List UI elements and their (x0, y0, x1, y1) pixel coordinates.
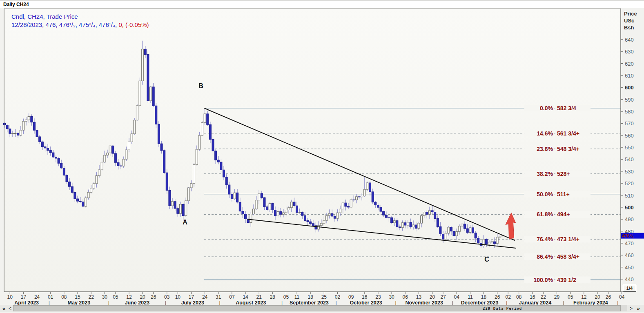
date-tick-label: 16 (362, 294, 368, 300)
month-separator: | (452, 300, 453, 305)
fib-price-label: 528+ (557, 171, 570, 177)
fib-pct-label: 0.0% (540, 105, 553, 111)
price-tick-label: 540 (625, 156, 634, 162)
candle (350, 198, 352, 208)
date-tick-label: 23 (375, 294, 381, 300)
scroll-next-button[interactable]: > (628, 305, 634, 312)
candle (193, 163, 195, 186)
month-separator: | (281, 300, 283, 305)
price-tick-label: 490 (625, 216, 634, 222)
swing-label-a[interactable]: A (183, 219, 187, 226)
swing-label-b[interactable]: B (198, 82, 203, 89)
date-tick-label: 05 (283, 294, 289, 300)
date-tick-label: 22 (541, 294, 546, 300)
month-label: August 2023 (236, 300, 266, 305)
price-axis-unit-usc: USc (624, 17, 637, 24)
date-tick-label: 27 (440, 294, 446, 300)
fib-pct-label: 100.0% (534, 277, 553, 283)
date-tick-label: 05 (113, 294, 118, 300)
month-label: September 2023 (290, 300, 329, 305)
fib-price-label: 458 3/4+ (557, 253, 579, 260)
date-tick-label: 02 (335, 294, 341, 300)
date-tick-label: 07 (229, 294, 235, 300)
month-label: December 2023 (461, 300, 499, 305)
month-separator: | (108, 300, 109, 305)
date-tick-label: 21 (256, 294, 262, 300)
date-tick-label: 05 (568, 294, 573, 300)
legend-quote-line: 12/28/2023, 476, 476¹/₂, 475³/₄, 476¹/₄,… (11, 21, 149, 29)
scroll-first-button[interactable]: « (1, 305, 7, 312)
date-tick-label: 11 (468, 294, 473, 300)
fib-pct-label: 23.6% (537, 146, 553, 152)
candle (166, 169, 168, 194)
fib-pct-label: 61.8% (537, 211, 553, 218)
month-label: May 2023 (68, 300, 91, 305)
date-tick-label: 18 (481, 294, 487, 300)
date-tick-label: 13 (416, 294, 422, 300)
date-tick-label: 20 (595, 294, 600, 300)
price-tick-label: 450 (625, 264, 634, 271)
date-tick-label: 29 (554, 294, 560, 300)
candle (85, 196, 87, 207)
fib-pct-label: 38.2% (537, 171, 553, 177)
price-tick-label: 560 (625, 133, 634, 139)
date-tick-label: 04 (619, 294, 625, 300)
scrollbar-track[interactable]: 229 Data Period (13, 305, 627, 311)
price-tick-label: 580 (625, 109, 634, 115)
price-tick-label: 620 (625, 61, 634, 67)
fib-price-label: 473 1/4+ (557, 236, 579, 242)
fib-price-label: 494+ (557, 211, 570, 218)
price-tick-label: 640 (625, 37, 634, 43)
scroll-last-button[interactable]: » (635, 305, 642, 312)
fib-price-label: 511+ (557, 191, 570, 198)
date-tick-label: 02 (506, 294, 511, 300)
date-tick-label: 26 (151, 294, 156, 300)
date-tick-label: 09 (348, 294, 354, 300)
date-tick-label: 26 (606, 294, 611, 300)
scrollbar-thumb[interactable] (13, 305, 621, 311)
fib-price-label: 561 3/4+ (557, 130, 579, 137)
price-tick-label: 610 (625, 73, 634, 79)
date-tick-label: 20 (430, 294, 435, 300)
date-tick-label: 06 (403, 294, 408, 300)
month-separator: | (395, 300, 396, 305)
chart-legend: Cndl, CH24, Trade Price 12/28/2023, 476,… (11, 13, 149, 29)
date-tick-label: 25 (321, 294, 327, 300)
month-separator: | (617, 300, 618, 305)
fib-price-label: 548 3/4+ (557, 146, 579, 152)
price-tick-label: 570 (625, 120, 634, 127)
candle (163, 150, 165, 174)
date-tick-label: 16 (530, 294, 535, 300)
fib-price-label: 439 1/2 (557, 277, 576, 283)
price-tick-label: 630 (625, 49, 634, 55)
legend-change-values: 0, (-0.05%) (118, 21, 149, 28)
price-tick-label: 440 (625, 276, 634, 282)
scroll-prev-button[interactable]: < (7, 305, 13, 312)
date-tick-label: 10 (7, 294, 13, 300)
price-tick-label: 530 (625, 169, 634, 175)
data-scrollbar[interactable]: « < 229 Data Period > » (0, 305, 644, 312)
date-tick-label: 17 (189, 294, 194, 300)
candle (134, 118, 136, 135)
month-label: October 2023 (350, 300, 382, 305)
price-tick-label: 510 (625, 193, 634, 199)
swing-label-c[interactable]: C (484, 256, 489, 263)
legend-series-line: Cndl, CH24, Trade Price (11, 13, 149, 21)
chart-canvas[interactable]: ABC0.0%582 3/414.6%561 3/4+23.6%548 3/4+… (0, 0, 644, 305)
chart-window: Daily CH24 ABC0.0%582 3/414.6%561 3/4+23… (0, 0, 644, 313)
price-tick-label: 590 (625, 97, 634, 103)
fib-pct-label: 50.0% (537, 191, 553, 198)
month-label: November 2023 (405, 300, 443, 305)
month-label: April 2023 (14, 300, 39, 305)
date-tick-label: 12 (581, 294, 587, 300)
month-separator: | (49, 300, 50, 305)
date-tick-label: 30 (389, 294, 394, 300)
fib-pct-label: 86.4% (537, 253, 553, 260)
price-tick-label: 550 (625, 144, 634, 151)
date-tick-label: 20 (140, 294, 145, 300)
price-tick-label: 500 (625, 204, 634, 211)
date-tick-label: 14 (243, 294, 248, 300)
price-axis-unit-bsh: Bsh (624, 24, 637, 31)
date-tick-label: 04 (454, 294, 460, 300)
month-separator: | (506, 300, 507, 305)
